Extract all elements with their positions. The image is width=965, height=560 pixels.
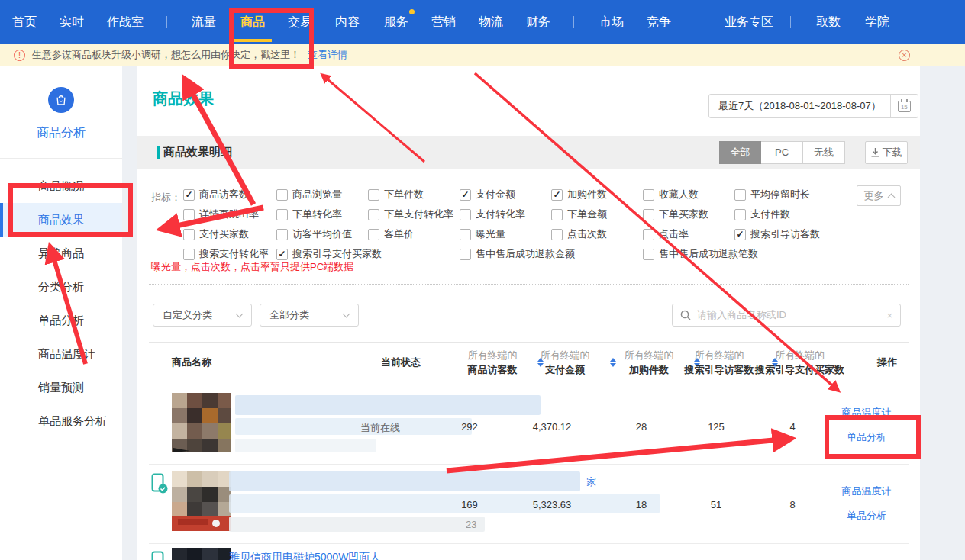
metric-checkbox[interactable]: 详情页跳出率 xyxy=(183,208,259,221)
metric-checkbox[interactable]: ✓加购件数 xyxy=(551,188,607,201)
more-button[interactable]: 更多 xyxy=(857,185,901,206)
action-product-thermometer[interactable]: 商品温度计 xyxy=(821,484,912,498)
checkbox-icon[interactable] xyxy=(460,209,471,220)
nav-item-academy[interactable]: 学院 xyxy=(865,0,889,44)
checkbox-icon[interactable] xyxy=(643,229,654,240)
sidebar-item-single-item-service[interactable]: 单品服务分析 xyxy=(0,404,122,438)
checkbox-icon[interactable] xyxy=(551,209,563,220)
download-button[interactable]: 下载 xyxy=(865,141,908,164)
metric-checkbox[interactable]: 搜索支付转化率 xyxy=(183,247,269,261)
metric-checkbox[interactable]: 平均停留时长 xyxy=(734,188,810,201)
checkbox-icon[interactable] xyxy=(460,249,471,260)
checkbox-icon[interactable] xyxy=(734,189,746,201)
nav-item-trade[interactable]: 交易 xyxy=(288,0,312,44)
metric-checkbox[interactable]: 点击率 xyxy=(643,227,689,241)
sidebar-item-abnormal-product[interactable]: 异常商品 xyxy=(0,237,122,270)
close-icon[interactable]: × xyxy=(899,50,910,61)
metric-label: 点击次数 xyxy=(567,227,607,241)
metric-checkbox[interactable]: 点击次数 xyxy=(551,227,607,241)
metric-checkbox[interactable]: 支付转化率 xyxy=(460,208,525,221)
sidebar-item-single-item-analysis[interactable]: 单品分析 xyxy=(0,304,122,337)
blurred-product-image[interactable] xyxy=(172,548,231,560)
checkbox-icon[interactable] xyxy=(734,209,746,220)
metric-checkbox[interactable]: 售中售后成功退款笔数 xyxy=(643,247,758,261)
sidebar-item-product-effect[interactable]: 商品效果 xyxy=(0,203,122,237)
metric-checkbox[interactable]: 下单支付转化率 xyxy=(368,208,453,221)
all-category-dropdown[interactable]: 全部分类 xyxy=(260,304,359,327)
nav-item-realtime[interactable]: 实时 xyxy=(60,0,84,44)
checkbox-icon[interactable]: ✓ xyxy=(734,229,746,240)
clear-icon[interactable]: × xyxy=(886,310,892,321)
metric-checkbox[interactable]: 曝光量 xyxy=(460,227,505,241)
action-product-thermometer[interactable]: 商品温度计 xyxy=(821,406,912,420)
sidebar-item-category-analysis[interactable]: 分类分析 xyxy=(0,270,122,304)
nav-item-business-zone[interactable]: 业务专区 xyxy=(725,0,773,44)
nav-item-data-fetch[interactable]: 取数 xyxy=(816,0,841,44)
checkbox-icon[interactable] xyxy=(460,229,471,240)
checkbox-icon[interactable] xyxy=(551,229,563,240)
nav-item-service[interactable]: 服务 xyxy=(384,0,408,44)
sidebar-item-sales-forecast[interactable]: 销量预测 xyxy=(0,371,122,404)
checkbox-icon[interactable] xyxy=(183,209,195,220)
metric-checkbox[interactable]: 商品浏览量 xyxy=(276,188,342,201)
tab-pc[interactable]: PC xyxy=(761,141,803,164)
checkbox-icon[interactable]: ✓ xyxy=(183,189,195,201)
action-single-item-analysis[interactable]: 单品分析 xyxy=(821,430,912,444)
nav-item-product[interactable]: 商品 xyxy=(240,0,265,44)
nav-item-warroom[interactable]: 作战室 xyxy=(107,0,144,44)
nav-item-finance[interactable]: 财务 xyxy=(526,0,550,44)
nav-item-marketing[interactable]: 营销 xyxy=(431,0,456,44)
checkbox-icon[interactable]: ✓ xyxy=(551,189,563,201)
nav-item-market[interactable]: 市场 xyxy=(599,0,624,44)
metric-label: 下单转化率 xyxy=(292,208,342,221)
blurred-product-image[interactable] xyxy=(172,471,231,531)
metric-checkbox[interactable]: 访客平均价值 xyxy=(276,227,352,241)
check-mark: ✓ xyxy=(735,230,745,240)
nav-item-logistics[interactable]: 物流 xyxy=(479,0,503,44)
tab-wireless[interactable]: 无线 xyxy=(803,141,845,164)
blurred-product-image[interactable] xyxy=(172,393,231,452)
checkbox-icon[interactable] xyxy=(276,189,288,201)
sidebar-item-product-thermometer[interactable]: 商品温度计 xyxy=(0,337,122,371)
custom-category-dropdown[interactable]: 自定义分类 xyxy=(153,304,252,327)
checkbox-icon[interactable] xyxy=(183,229,195,240)
sidebar-item-product-overview[interactable]: 商品概况 xyxy=(0,169,122,203)
checkbox-icon[interactable] xyxy=(643,209,654,220)
nav-item-competition[interactable]: 竞争 xyxy=(647,0,671,44)
checkbox-icon[interactable]: ✓ xyxy=(460,189,471,201)
metric-checkbox[interactable]: 下单金额 xyxy=(551,208,607,221)
metric-checkbox[interactable]: 支付件数 xyxy=(734,208,790,221)
checkbox-icon[interactable] xyxy=(368,209,379,220)
product-name-link[interactable]: 雅贝信商用电磁炉5000W凹面大 xyxy=(229,551,380,560)
metric-checkbox[interactable]: 售中售后成功退款金额 xyxy=(460,247,575,261)
checkbox-icon[interactable] xyxy=(368,229,379,240)
checkbox-icon[interactable] xyxy=(276,229,288,240)
metric-checkbox[interactable]: 收藏人数 xyxy=(643,188,699,201)
nav-item-home[interactable]: 首页 xyxy=(12,0,37,44)
tab-all[interactable]: 全部 xyxy=(719,141,761,164)
metric-checkbox[interactable]: ✓支付金额 xyxy=(460,188,515,201)
checkbox-icon[interactable] xyxy=(183,249,195,260)
action-single-item-analysis[interactable]: 单品分析 xyxy=(821,509,912,523)
checkbox-icon[interactable]: ✓ xyxy=(276,249,288,260)
calendar-button[interactable]: 15 xyxy=(890,95,918,117)
metric-checkbox[interactable]: ✓搜索引导支付买家数 xyxy=(276,247,382,261)
nav-item-contentnav[interactable]: 内容 xyxy=(335,0,360,44)
checkbox-icon[interactable] xyxy=(276,209,288,220)
metric-checkbox[interactable]: 客单价 xyxy=(368,227,414,241)
date-range-picker[interactable]: 最近7天（2018-08-01~2018-08-07） 15 xyxy=(708,94,918,118)
metric-checkbox[interactable]: 下单件数 xyxy=(368,188,424,201)
checkbox-icon[interactable] xyxy=(643,249,654,260)
banner-detail-link[interactable]: 查看详情 xyxy=(308,48,347,62)
metric-checkbox[interactable]: 下单转化率 xyxy=(276,208,342,221)
metric-checkbox[interactable]: 下单买家数 xyxy=(643,208,708,221)
nav-item-traffic[interactable]: 流量 xyxy=(192,0,216,44)
column-header-visitors[interactable]: 所有终端的 商品访客数 xyxy=(450,343,534,382)
product-search-input[interactable]: 请输入商品名称或ID × xyxy=(672,304,901,327)
metric-checkbox[interactable]: 支付买家数 xyxy=(183,227,249,241)
checkbox-icon[interactable] xyxy=(643,189,654,201)
checkbox-icon[interactable] xyxy=(368,189,379,201)
column-header-pay-amount[interactable]: 所有终端的 支付金额 xyxy=(523,343,607,382)
metric-checkbox[interactable]: ✓商品访客数 xyxy=(183,188,249,201)
metric-checkbox[interactable]: ✓搜索引导访客数 xyxy=(734,227,820,241)
